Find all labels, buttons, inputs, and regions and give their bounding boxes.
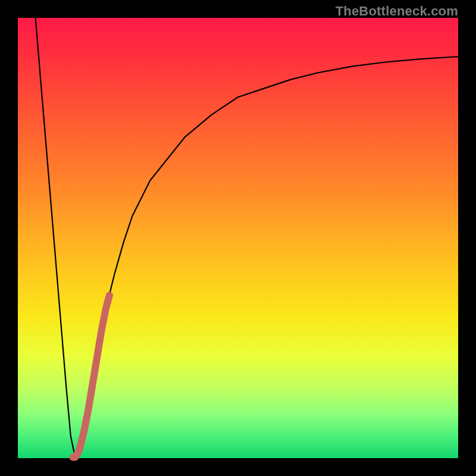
- curves-svg: [18, 18, 458, 458]
- chart-stage: TheBottleneck.com: [0, 0, 476, 476]
- pink-highlight: [73, 295, 109, 457]
- plot-area: [18, 18, 458, 458]
- black-curve: [36, 18, 458, 457]
- watermark-text: TheBottleneck.com: [336, 4, 458, 19]
